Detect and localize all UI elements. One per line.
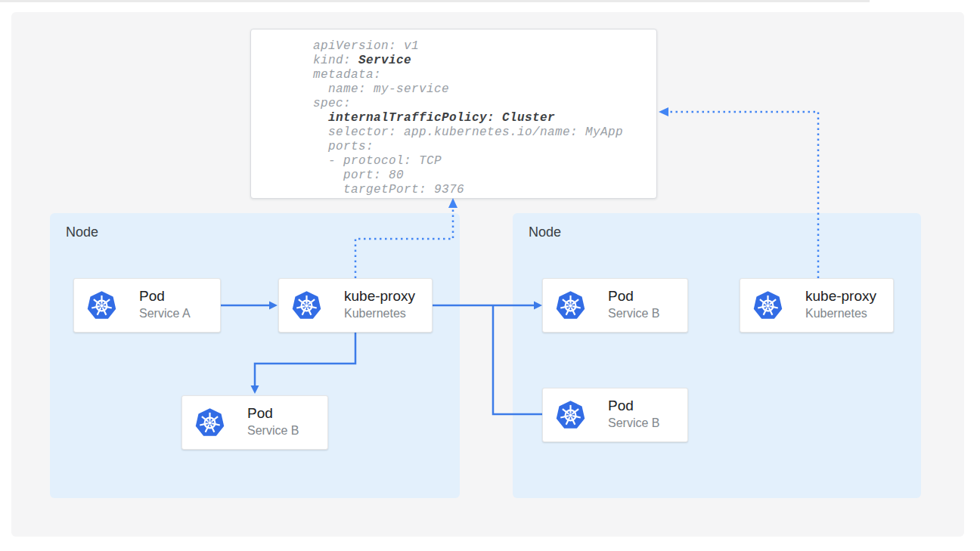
card-title: Pod (608, 397, 659, 415)
pod-card-service-b-left: Pod Service B (181, 395, 328, 450)
kube-proxy-card-left: kube-proxy Kubernetes (278, 278, 433, 333)
yaml-code-line: targetPort: 9376 (313, 183, 656, 197)
node-label: Node (66, 224, 98, 240)
card-title: Pod (608, 287, 659, 305)
card-subtitle: Service A (139, 306, 191, 321)
card-title: Pod (139, 287, 191, 305)
top-divider-line (0, 0, 870, 2)
yaml-code-line: spec: (313, 97, 656, 111)
kubernetes-logo-icon (194, 407, 225, 438)
yaml-code-line: - protocol: TCP (313, 154, 656, 169)
card-title: Pod (247, 404, 299, 423)
card-title: kube-proxy (805, 287, 876, 305)
card-subtitle: Service B (608, 306, 659, 321)
card-subtitle: Kubernetes (805, 306, 876, 321)
kube-proxy-card-right: kube-proxy Kubernetes (740, 278, 894, 333)
pod-card-service-b-right-bottom: Pod Service B (542, 388, 688, 442)
kubernetes-logo-icon (86, 290, 117, 321)
yaml-code-line: kind: Service (313, 54, 656, 68)
card-title: kube-proxy (344, 287, 415, 305)
yaml-code-block: apiVersion: v1kind: Servicemetadata: nam… (251, 29, 656, 197)
node-box-right: Node (513, 213, 921, 498)
card-subtitle: Service B (247, 423, 299, 438)
yaml-code-line: internalTrafficPolicy: Cluster (313, 111, 656, 125)
node-box-left: Node (50, 213, 460, 498)
card-subtitle: Service B (608, 416, 659, 431)
node-label: Node (529, 224, 561, 240)
pod-card-service-a: Pod Service A (73, 278, 221, 333)
service-yaml-card: apiVersion: v1kind: Servicemetadata: nam… (250, 29, 657, 199)
kubernetes-logo-icon (752, 290, 783, 321)
yaml-code-line: metadata: (313, 68, 656, 82)
pod-card-service-b-right-top: Pod Service B (542, 278, 688, 333)
kubernetes-logo-icon (555, 290, 586, 321)
yaml-code-line: ports: (313, 140, 656, 154)
yaml-code-line: name: my-service (313, 82, 656, 97)
kubernetes-logo-icon (291, 290, 322, 321)
kubernetes-traffic-diagram: apiVersion: v1kind: Servicemetadata: nam… (0, 0, 980, 551)
card-subtitle: Kubernetes (344, 306, 415, 321)
kubernetes-logo-icon (555, 400, 586, 431)
yaml-code-line: selector: app.kubernetes.io/name: MyApp (313, 125, 656, 140)
yaml-code-line: port: 80 (313, 169, 656, 183)
yaml-code-line: apiVersion: v1 (313, 39, 656, 54)
